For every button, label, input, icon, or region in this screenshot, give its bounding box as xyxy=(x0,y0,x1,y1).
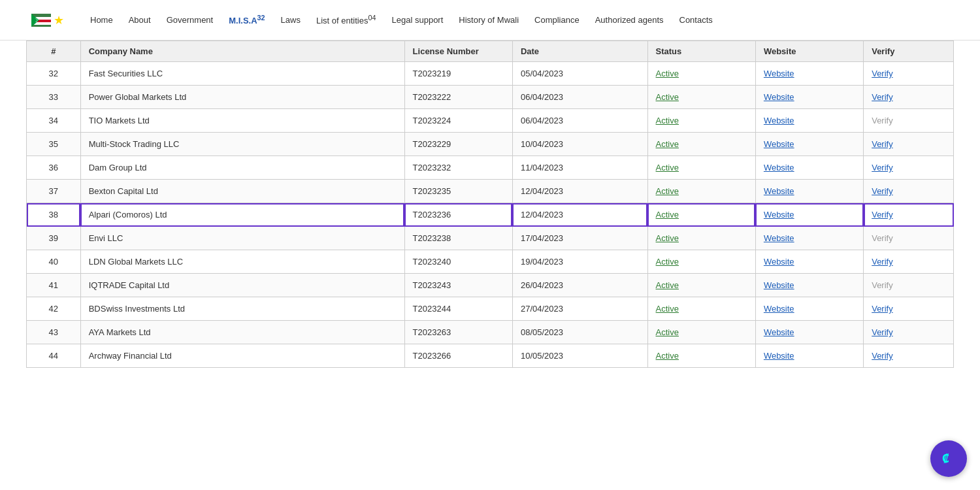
cell-website[interactable]: Website xyxy=(755,180,863,203)
cell-status[interactable]: Active xyxy=(647,250,755,274)
status-active-link[interactable]: Active xyxy=(656,304,679,314)
verify-inactive: Verify xyxy=(872,116,893,125)
verify-link[interactable]: Verify xyxy=(872,92,893,102)
table-row: 44Archway Financial LtdT202326610/05/202… xyxy=(27,344,954,368)
cell-website[interactable]: Website xyxy=(755,86,863,109)
cell-status[interactable]: Active xyxy=(647,274,755,297)
website-link[interactable]: Website xyxy=(764,92,794,102)
table-row: 33Power Global Markets LtdT202322206/04/… xyxy=(27,86,954,109)
nav-government[interactable]: Government xyxy=(167,15,214,25)
cell-status[interactable]: Active xyxy=(647,180,755,203)
nav-history[interactable]: History of Mwali xyxy=(459,15,519,25)
nav-authorized[interactable]: Authorized agents xyxy=(595,15,664,25)
status-active-link[interactable]: Active xyxy=(656,327,679,337)
cell-website[interactable]: Website xyxy=(755,203,863,227)
table-row: 32Fast Securities LLCT202321905/04/2023A… xyxy=(27,62,954,86)
cell-website[interactable]: Website xyxy=(755,109,863,133)
website-link[interactable]: Website xyxy=(764,139,794,149)
cell-num: 41 xyxy=(27,274,81,297)
verify-link[interactable]: Verify xyxy=(872,163,893,172)
website-link[interactable]: Website xyxy=(764,210,794,220)
cell-verify[interactable]: Verify xyxy=(864,321,954,344)
verify-link[interactable]: Verify xyxy=(872,304,893,314)
website-link[interactable]: Website xyxy=(764,69,794,78)
nav-legal-support[interactable]: Legal support xyxy=(392,15,444,25)
cell-website[interactable]: Website xyxy=(755,62,863,86)
verify-link[interactable]: Verify xyxy=(872,257,893,267)
cell-status[interactable]: Active xyxy=(647,133,755,156)
nav-misa[interactable]: M.I.S.A32 xyxy=(229,14,265,25)
status-active-link[interactable]: Active xyxy=(656,233,679,243)
cell-verify[interactable]: Verify xyxy=(864,297,954,321)
website-link[interactable]: Website xyxy=(764,304,794,314)
website-link[interactable]: Website xyxy=(764,233,794,243)
table-row: 38Alpari (Comoros) LtdT202323612/04/2023… xyxy=(27,203,954,227)
cell-status[interactable]: Active xyxy=(647,62,755,86)
verify-link[interactable]: Verify xyxy=(872,69,893,78)
status-active-link[interactable]: Active xyxy=(656,92,679,102)
website-link[interactable]: Website xyxy=(764,186,794,196)
cell-date: 11/04/2023 xyxy=(512,156,647,180)
cell-verify[interactable]: Verify xyxy=(864,133,954,156)
status-active-link[interactable]: Active xyxy=(656,69,679,78)
main-nav: Home About Government M.I.S.A32 Laws Lis… xyxy=(90,14,713,25)
verify-link[interactable]: Verify xyxy=(872,139,893,149)
status-active-link[interactable]: Active xyxy=(656,351,679,361)
website-link[interactable]: Website xyxy=(764,351,794,361)
verify-link[interactable]: Verify xyxy=(872,210,893,220)
nav-compliance[interactable]: Compliance xyxy=(534,15,580,25)
cell-website[interactable]: Website xyxy=(755,227,863,250)
nav-contacts[interactable]: Contacts xyxy=(679,15,713,25)
cell-website[interactable]: Website xyxy=(755,250,863,274)
status-active-link[interactable]: Active xyxy=(656,257,679,267)
col-header-name: Company Name xyxy=(80,41,404,62)
cell-num: 44 xyxy=(27,344,81,368)
cell-website[interactable]: Website xyxy=(755,133,863,156)
cell-verify[interactable]: Verify xyxy=(864,86,954,109)
cell-verify[interactable]: Verify xyxy=(864,62,954,86)
nav-home[interactable]: Home xyxy=(90,15,113,25)
nav-about[interactable]: About xyxy=(129,15,151,25)
cell-verify[interactable]: Verify xyxy=(864,250,954,274)
cell-status[interactable]: Active xyxy=(647,203,755,227)
nav-laws[interactable]: Laws xyxy=(281,15,301,25)
cell-status[interactable]: Active xyxy=(647,344,755,368)
status-active-link[interactable]: Active xyxy=(656,186,679,196)
cell-verify[interactable]: Verify xyxy=(864,344,954,368)
status-active-link[interactable]: Active xyxy=(656,139,679,149)
status-active-link[interactable]: Active xyxy=(656,210,679,220)
website-link[interactable]: Website xyxy=(764,116,794,125)
status-active-link[interactable]: Active xyxy=(656,163,679,172)
cell-status[interactable]: Active xyxy=(647,156,755,180)
cell-license: T2023235 xyxy=(404,180,512,203)
cell-status[interactable]: Active xyxy=(647,297,755,321)
cell-website[interactable]: Website xyxy=(755,344,863,368)
status-active-link[interactable]: Active xyxy=(656,116,679,125)
cell-status[interactable]: Active xyxy=(647,321,755,344)
nav-list-entities[interactable]: List of entities04 xyxy=(316,14,376,25)
website-link[interactable]: Website xyxy=(764,327,794,337)
cell-status[interactable]: Active xyxy=(647,227,755,250)
cell-license: T2023244 xyxy=(404,297,512,321)
cell-verify[interactable]: Verify xyxy=(864,156,954,180)
cell-status[interactable]: Active xyxy=(647,86,755,109)
status-active-link[interactable]: Active xyxy=(656,280,679,290)
verify-link[interactable]: Verify xyxy=(872,327,893,337)
cell-verify[interactable]: Verify xyxy=(864,203,954,227)
cell-verify: Verify xyxy=(864,109,954,133)
website-link[interactable]: Website xyxy=(764,257,794,267)
website-link[interactable]: Website xyxy=(764,163,794,172)
cell-website[interactable]: Website xyxy=(755,274,863,297)
cell-website[interactable]: Website xyxy=(755,321,863,344)
cell-website[interactable]: Website xyxy=(755,297,863,321)
cell-company-name: Alpari (Comoros) Ltd xyxy=(80,203,404,227)
live-chat-button[interactable]: ₡ xyxy=(930,440,967,477)
verify-link[interactable]: Verify xyxy=(872,351,893,361)
cell-website[interactable]: Website xyxy=(755,156,863,180)
verify-link[interactable]: Verify xyxy=(872,186,893,196)
website-link[interactable]: Website xyxy=(764,280,794,290)
cell-verify[interactable]: Verify xyxy=(864,180,954,203)
cell-status[interactable]: Active xyxy=(647,109,755,133)
table-row: 43AYA Markets LtdT202326308/05/2023Activ… xyxy=(27,321,954,344)
cell-license: T2023243 xyxy=(404,274,512,297)
